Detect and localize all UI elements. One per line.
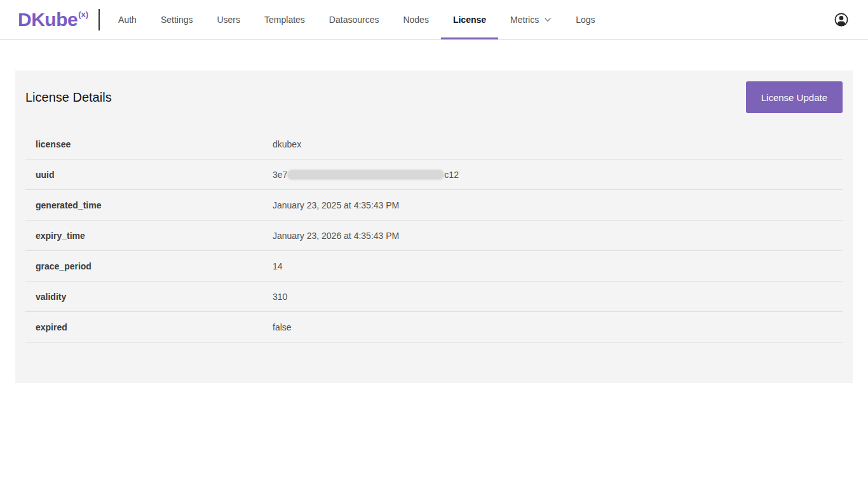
row-value: January 23, 2026 at 4:35:43 PM: [273, 231, 399, 241]
nav-item-label: Users: [217, 15, 240, 25]
table-row-grace_period: grace_period14: [25, 251, 843, 281]
dkube-logo[interactable]: DKube(x): [18, 0, 88, 39]
row-key: expiry_time: [25, 231, 273, 241]
uuid-redacted-box: [288, 170, 444, 179]
license-details-panel: License Details License Update licenseed…: [15, 71, 853, 383]
table-row-generated_time: generated_timeJanuary 23, 2025 at 4:35:4…: [25, 190, 843, 220]
nav-item-auth[interactable]: Auth: [106, 0, 149, 39]
top-navbar: DKube(x) AuthSettingsUsersTemplatesDatas…: [0, 0, 868, 40]
row-value: 14: [273, 261, 283, 271]
nav-item-label: Auth: [118, 15, 137, 25]
uuid-value-prefix: 3e7: [273, 170, 287, 180]
row-key: grace_period: [25, 261, 273, 271]
license-update-button[interactable]: License Update: [746, 81, 843, 113]
nav-item-logs[interactable]: Logs: [564, 0, 607, 39]
nav-item-templates[interactable]: Templates: [252, 0, 317, 39]
table-row-expiry_time: expiry_timeJanuary 23, 2026 at 4:35:43 P…: [25, 220, 843, 251]
brand-superscript: (x): [78, 10, 88, 19]
nav-item-metrics[interactable]: Metrics: [498, 0, 564, 39]
table-row-expired: expiredfalse: [25, 312, 843, 342]
nav-item-datasources[interactable]: Datasources: [317, 0, 391, 39]
table-row-licensee: licenseedkubex: [25, 129, 843, 159]
nav-item-nodes[interactable]: Nodes: [391, 0, 440, 39]
nav-item-label: Settings: [161, 15, 193, 25]
account-button[interactable]: [834, 0, 849, 39]
nav-item-label: Nodes: [403, 15, 428, 25]
row-key: validity: [25, 292, 273, 302]
row-key: expired: [25, 322, 273, 332]
row-key: licensee: [25, 139, 273, 149]
nav-item-label: Datasources: [329, 15, 379, 25]
row-key: uuid: [25, 170, 273, 180]
nav-item-label: License: [453, 15, 486, 25]
row-value: 310: [273, 292, 287, 302]
chevron-down-icon: [544, 17, 552, 22]
logo-divider: [98, 9, 100, 30]
table-row-uuid: uuid3e7c12: [25, 159, 843, 190]
panel-title: License Details: [25, 90, 112, 105]
navbar-spacer: [607, 0, 834, 39]
row-key: generated_time: [25, 200, 273, 210]
panel-header: License Details License Update: [25, 71, 843, 129]
brand-name: DKube: [18, 10, 78, 29]
row-value: dkubex: [273, 139, 301, 149]
nav-item-users[interactable]: Users: [205, 0, 252, 39]
nav-item-label: Metrics: [510, 15, 539, 25]
table-row-validity: validity310: [25, 281, 843, 312]
account-icon: [834, 12, 849, 27]
row-value: 3e7c12: [273, 170, 459, 180]
nav-item-label: Logs: [576, 15, 595, 25]
nav-item-license[interactable]: License: [441, 0, 498, 39]
uuid-value-suffix: c12: [444, 170, 459, 180]
main-nav: AuthSettingsUsersTemplatesDatasourcesNod…: [106, 0, 607, 39]
row-value: January 23, 2025 at 4:35:43 PM: [273, 200, 399, 210]
page-content: License Details License Update licenseed…: [0, 71, 868, 383]
nav-item-settings[interactable]: Settings: [149, 0, 205, 39]
license-properties-table: licenseedkubexuuid3e7c12generated_timeJa…: [25, 129, 843, 342]
nav-item-label: Templates: [264, 15, 305, 25]
row-value: false: [273, 322, 292, 332]
